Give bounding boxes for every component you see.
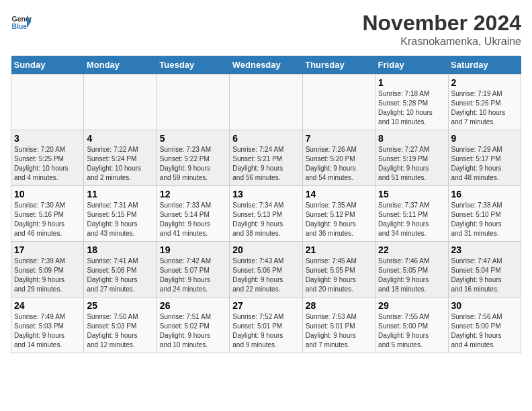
calendar-cell: 12Sunrise: 7:33 AM Sunset: 5:14 PM Dayli… (157, 186, 229, 242)
day-info: Sunrise: 7:41 AM Sunset: 5:08 PM Dayligh… (87, 257, 153, 294)
day-info: Sunrise: 7:19 AM Sunset: 5:26 PM Dayligh… (451, 89, 518, 127)
calendar-cell: 16Sunrise: 7:38 AM Sunset: 5:10 PM Dayli… (448, 186, 521, 242)
day-number: 9 (451, 133, 518, 144)
week-row-2: 3Sunrise: 7:20 AM Sunset: 5:25 PM Daylig… (11, 130, 521, 186)
day-number: 18 (87, 244, 153, 255)
day-info: Sunrise: 7:46 AM Sunset: 5:05 PM Dayligh… (378, 257, 445, 294)
day-number: 28 (306, 300, 372, 311)
location-subtitle: Krasnokamenka, Ukraine (362, 36, 521, 48)
day-number: 23 (451, 244, 518, 255)
day-info: Sunrise: 7:42 AM Sunset: 5:07 PM Dayligh… (160, 257, 226, 294)
calendar-cell: 24Sunrise: 7:49 AM Sunset: 5:03 PM Dayli… (11, 298, 84, 353)
calendar-cell: 14Sunrise: 7:35 AM Sunset: 5:12 PM Dayli… (302, 186, 375, 242)
day-number: 22 (378, 244, 445, 255)
calendar-cell: 2Sunrise: 7:19 AM Sunset: 5:26 PM Daylig… (448, 75, 521, 130)
calendar-cell: 1Sunrise: 7:18 AM Sunset: 5:28 PM Daylig… (375, 75, 448, 130)
day-number: 21 (306, 244, 372, 255)
calendar-cell (11, 75, 84, 130)
day-number: 30 (451, 300, 518, 311)
day-number: 2 (451, 77, 518, 88)
day-info: Sunrise: 7:33 AM Sunset: 5:14 PM Dayligh… (160, 201, 226, 238)
calendar-cell: 21Sunrise: 7:45 AM Sunset: 5:05 PM Dayli… (302, 242, 375, 298)
calendar-table: SundayMondayTuesdayWednesdayThursdayFrid… (11, 56, 521, 353)
day-number: 26 (160, 300, 226, 311)
calendar-cell: 13Sunrise: 7:34 AM Sunset: 5:13 PM Dayli… (230, 186, 302, 242)
day-number: 29 (378, 300, 445, 311)
day-info: Sunrise: 7:37 AM Sunset: 5:11 PM Dayligh… (378, 201, 445, 238)
calendar-cell: 27Sunrise: 7:52 AM Sunset: 5:01 PM Dayli… (230, 298, 302, 353)
day-number: 10 (14, 189, 81, 199)
calendar-cell (157, 75, 229, 130)
day-info: Sunrise: 7:22 AM Sunset: 5:24 PM Dayligh… (87, 145, 153, 183)
day-number: 7 (306, 133, 372, 144)
calendar-cell: 20Sunrise: 7:43 AM Sunset: 5:06 PM Dayli… (230, 242, 302, 298)
day-number: 13 (232, 189, 299, 199)
day-info: Sunrise: 7:43 AM Sunset: 5:06 PM Dayligh… (232, 257, 299, 294)
day-info: Sunrise: 7:18 AM Sunset: 5:28 PM Dayligh… (378, 89, 445, 127)
calendar-cell (302, 75, 375, 130)
day-number: 16 (451, 189, 518, 199)
day-number: 14 (306, 189, 372, 199)
day-info: Sunrise: 7:50 AM Sunset: 5:03 PM Dayligh… (87, 312, 153, 350)
weekday-header-tuesday: Tuesday (157, 56, 229, 75)
week-row-1: 1Sunrise: 7:18 AM Sunset: 5:28 PM Daylig… (11, 75, 521, 130)
calendar-cell: 6Sunrise: 7:24 AM Sunset: 5:21 PM Daylig… (230, 130, 302, 186)
calendar-cell: 17Sunrise: 7:39 AM Sunset: 5:09 PM Dayli… (11, 242, 84, 298)
day-info: Sunrise: 7:24 AM Sunset: 5:21 PM Dayligh… (232, 145, 299, 183)
logo-icon: General Blue (11, 11, 32, 32)
day-info: Sunrise: 7:55 AM Sunset: 5:00 PM Dayligh… (378, 312, 445, 350)
calendar-cell: 11Sunrise: 7:31 AM Sunset: 5:15 PM Dayli… (84, 186, 157, 242)
title-area: November 2024 Krasnokamenka, Ukraine (362, 11, 521, 48)
day-number: 3 (14, 133, 81, 144)
day-info: Sunrise: 7:52 AM Sunset: 5:01 PM Dayligh… (232, 312, 299, 350)
day-number: 19 (160, 244, 226, 255)
calendar-cell: 10Sunrise: 7:30 AM Sunset: 5:16 PM Dayli… (11, 186, 84, 242)
weekday-header-sunday: Sunday (11, 56, 84, 75)
day-info: Sunrise: 7:27 AM Sunset: 5:19 PM Dayligh… (378, 145, 445, 183)
header: General Blue November 2024 Krasnokamenka… (11, 11, 521, 48)
calendar-body: 1Sunrise: 7:18 AM Sunset: 5:28 PM Daylig… (11, 75, 521, 353)
calendar-cell: 4Sunrise: 7:22 AM Sunset: 5:24 PM Daylig… (84, 130, 157, 186)
calendar-cell: 23Sunrise: 7:47 AM Sunset: 5:04 PM Dayli… (448, 242, 521, 298)
weekday-header-thursday: Thursday (302, 56, 375, 75)
weekday-header-friday: Friday (375, 56, 448, 75)
day-number: 8 (378, 133, 445, 144)
svg-text:Blue: Blue (12, 23, 28, 30)
day-number: 6 (232, 133, 299, 144)
day-info: Sunrise: 7:47 AM Sunset: 5:04 PM Dayligh… (451, 257, 518, 294)
day-info: Sunrise: 7:38 AM Sunset: 5:10 PM Dayligh… (451, 201, 518, 238)
day-number: 24 (14, 300, 81, 311)
week-row-4: 17Sunrise: 7:39 AM Sunset: 5:09 PM Dayli… (11, 242, 521, 298)
calendar-cell: 18Sunrise: 7:41 AM Sunset: 5:08 PM Dayli… (84, 242, 157, 298)
calendar-cell: 9Sunrise: 7:29 AM Sunset: 5:17 PM Daylig… (448, 130, 521, 186)
calendar-cell (84, 75, 157, 130)
calendar-cell (230, 75, 302, 130)
day-number: 4 (87, 133, 153, 144)
calendar-cell: 28Sunrise: 7:53 AM Sunset: 5:01 PM Dayli… (302, 298, 375, 353)
day-info: Sunrise: 7:45 AM Sunset: 5:05 PM Dayligh… (306, 257, 372, 294)
weekday-header-wednesday: Wednesday (230, 56, 302, 75)
day-info: Sunrise: 7:39 AM Sunset: 5:09 PM Dayligh… (14, 257, 81, 294)
calendar-cell: 7Sunrise: 7:26 AM Sunset: 5:20 PM Daylig… (302, 130, 375, 186)
day-number: 15 (378, 189, 445, 199)
calendar-cell: 25Sunrise: 7:50 AM Sunset: 5:03 PM Dayli… (84, 298, 157, 353)
day-info: Sunrise: 7:34 AM Sunset: 5:13 PM Dayligh… (232, 201, 299, 238)
week-row-3: 10Sunrise: 7:30 AM Sunset: 5:16 PM Dayli… (11, 186, 521, 242)
day-info: Sunrise: 7:26 AM Sunset: 5:20 PM Dayligh… (306, 145, 372, 183)
day-number: 20 (232, 244, 299, 255)
day-info: Sunrise: 7:51 AM Sunset: 5:02 PM Dayligh… (160, 312, 226, 350)
day-info: Sunrise: 7:35 AM Sunset: 5:12 PM Dayligh… (306, 201, 372, 238)
calendar-cell: 22Sunrise: 7:46 AM Sunset: 5:05 PM Dayli… (375, 242, 448, 298)
day-info: Sunrise: 7:29 AM Sunset: 5:17 PM Dayligh… (451, 145, 518, 183)
calendar-cell: 5Sunrise: 7:23 AM Sunset: 5:22 PM Daylig… (157, 130, 229, 186)
day-info: Sunrise: 7:49 AM Sunset: 5:03 PM Dayligh… (14, 312, 81, 350)
day-number: 25 (87, 300, 153, 311)
calendar-cell: 3Sunrise: 7:20 AM Sunset: 5:25 PM Daylig… (11, 130, 84, 186)
weekday-header-row: SundayMondayTuesdayWednesdayThursdayFrid… (11, 56, 521, 75)
calendar-cell: 30Sunrise: 7:56 AM Sunset: 5:00 PM Dayli… (448, 298, 521, 353)
day-info: Sunrise: 7:31 AM Sunset: 5:15 PM Dayligh… (87, 201, 153, 238)
calendar-cell: 8Sunrise: 7:27 AM Sunset: 5:19 PM Daylig… (375, 130, 448, 186)
day-number: 27 (232, 300, 299, 311)
day-number: 11 (87, 189, 153, 199)
day-info: Sunrise: 7:30 AM Sunset: 5:16 PM Dayligh… (14, 201, 81, 238)
